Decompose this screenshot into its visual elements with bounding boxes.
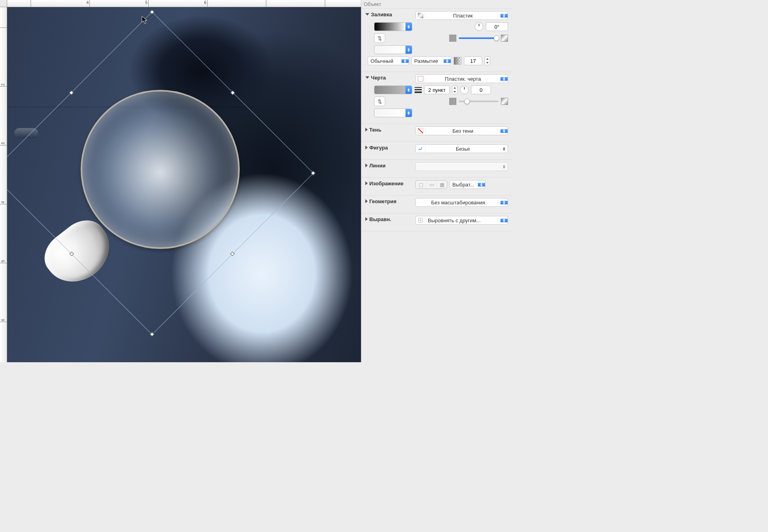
fit-natural-icon: ▢	[419, 182, 423, 188]
geometry-label: Без масштабирования	[416, 200, 500, 206]
section-title: Линии	[369, 163, 386, 169]
dropdown-arrows-icon	[500, 165, 508, 169]
dropdown-arrows-icon	[405, 46, 412, 54]
dropdown-arrows-icon	[500, 219, 508, 222]
dropdown-arrows-icon	[500, 147, 508, 151]
ruler-vertical[interactable]: 2 3 4 5 6	[0, 7, 7, 362]
stroke-width-field[interactable]	[424, 85, 450, 94]
shadow-select[interactable]: Без тени	[415, 126, 508, 135]
inspector-panel: Объект Заливка Пластик	[361, 0, 512, 362]
dropdown-arrows-icon	[500, 201, 508, 204]
swap-stroke-colors-button[interactable]: ⇅	[374, 97, 385, 106]
section-title: Изображение	[369, 181, 403, 186]
ruler-v-mark: 4	[1, 201, 5, 204]
section-image: Изображение ▢ ▭ ▦ Выбрат...	[361, 178, 512, 196]
stroke-angle-input[interactable]	[474, 87, 488, 93]
ruler-corner	[0, 0, 7, 7]
section-lines: Линии	[361, 160, 512, 178]
disclosure-triangle-icon[interactable]	[365, 13, 369, 16]
no-shadow-icon	[418, 128, 423, 134]
fit-stretch-icon: ▭	[429, 182, 434, 188]
stroke-gradient-slider[interactable]	[459, 101, 499, 102]
align-select[interactable]: Выровнять с другим...	[415, 216, 508, 225]
gradient-start-stop[interactable]	[449, 35, 456, 42]
ruler-v-mark: 5	[1, 260, 5, 262]
section-title: Заливка	[371, 12, 392, 17]
stroke-gradient-end[interactable]	[501, 98, 508, 105]
swap-arrows-icon: ⇅	[378, 35, 382, 41]
fill-gradient-swatch-2[interactable]	[374, 45, 412, 54]
blur-value-stepper[interactable]	[485, 56, 490, 65]
align-grid-icon	[418, 218, 423, 223]
stroke-gradient-start[interactable]	[449, 98, 456, 105]
section-title: Черта	[371, 75, 386, 81]
disclosure-triangle-icon[interactable]	[365, 163, 368, 167]
fill-angle-input[interactable]	[489, 24, 505, 30]
inspector-title: Объект	[361, 0, 512, 9]
gradient-position-slider[interactable]	[459, 37, 499, 39]
section-title: Выравн.	[369, 216, 391, 222]
image-fit-segmented[interactable]: ▢ ▭ ▦	[415, 180, 447, 189]
image-choose-label: Выбрат...	[450, 182, 478, 188]
fill-angle-dial[interactable]	[475, 22, 483, 31]
ruler-h-mark: 6	[204, 0, 206, 5]
stroke-style-icon[interactable]	[415, 87, 422, 93]
disclosure-triangle-icon[interactable]	[365, 146, 368, 150]
dropdown-arrows-icon	[405, 109, 412, 117]
dropdown-arrows-icon	[444, 59, 451, 63]
ruler-v-mark: 3	[1, 142, 5, 145]
stroke-type-label: Пластик. черта	[425, 76, 500, 82]
bezier-icon: ⤾	[418, 145, 423, 152]
stroke-angle-dial[interactable]	[460, 85, 469, 94]
disclosure-triangle-icon[interactable]	[365, 76, 369, 79]
stroke-type-select[interactable]: Пластик. черта	[415, 74, 508, 83]
geometry-select[interactable]: Без масштабирования	[415, 198, 508, 207]
shape-label: Безье	[425, 146, 500, 152]
shadow-label: Без тени	[425, 128, 500, 134]
canvas[interactable]	[7, 7, 361, 362]
shape-select[interactable]: ⤾ Безье	[415, 144, 508, 153]
section-title: Тень	[369, 127, 381, 133]
disclosure-triangle-icon[interactable]	[365, 128, 368, 132]
blur-value-field[interactable]	[464, 56, 482, 65]
fill-angle-field[interactable]	[486, 22, 508, 31]
dropdown-arrows-icon	[500, 14, 508, 17]
blur-select[interactable]: Размытие	[411, 56, 451, 65]
section-title: Фигура	[369, 145, 388, 151]
section-align: Выравн. Выровнять с другим...	[361, 214, 512, 231]
section-stroke: Черта Пластик. черта	[361, 72, 512, 124]
dropdown-arrows-icon	[478, 183, 485, 186]
section-shadow: Тень Без тени	[361, 124, 512, 142]
disclosure-triangle-icon[interactable]	[365, 181, 368, 185]
fill-type-select[interactable]: Пластик	[415, 11, 508, 20]
swap-arrows-icon: ⇅	[378, 99, 382, 105]
fill-gradient-swatch-1[interactable]	[374, 22, 412, 31]
stroke-width-input[interactable]	[427, 87, 447, 93]
canvas-area[interactable]: 4 5 6 2 3 4 5 6	[0, 0, 361, 362]
ruler-horizontal[interactable]: 4 5 6	[7, 0, 361, 7]
dropdown-arrows-icon	[405, 23, 412, 31]
gradient-end-stop[interactable]	[501, 35, 508, 42]
section-geometry: Геометрия Без масштабирования	[361, 196, 512, 214]
stroke-angle-field[interactable]	[471, 85, 491, 94]
section-fill: Заливка Пластик	[361, 9, 512, 72]
blur-value-input[interactable]	[467, 58, 479, 64]
ruler-h-mark: 4	[86, 0, 89, 5]
disclosure-triangle-icon[interactable]	[365, 199, 368, 203]
dropdown-arrows-icon	[405, 86, 412, 94]
swap-colors-button[interactable]: ⇅	[374, 33, 385, 43]
stroke-plastic-icon	[418, 76, 423, 82]
stroke-swatch-2[interactable]	[374, 109, 412, 117]
ruler-v-mark: 6	[1, 319, 5, 321]
fill-plastic-icon	[418, 13, 423, 18]
stroke-width-stepper[interactable]	[452, 85, 458, 94]
lines-select[interactable]	[415, 162, 508, 171]
dropdown-arrows-icon	[401, 59, 409, 63]
disclosure-triangle-icon[interactable]	[365, 217, 368, 221]
fit-tile-icon: ▦	[440, 182, 444, 188]
image-choose-select[interactable]: Выбрат...	[450, 180, 485, 189]
ruler-v-mark: 2	[1, 83, 5, 86]
dropdown-arrows-icon	[500, 129, 508, 133]
blend-mode-select[interactable]: Обычный	[368, 56, 409, 65]
stroke-swatch[interactable]	[374, 85, 412, 94]
